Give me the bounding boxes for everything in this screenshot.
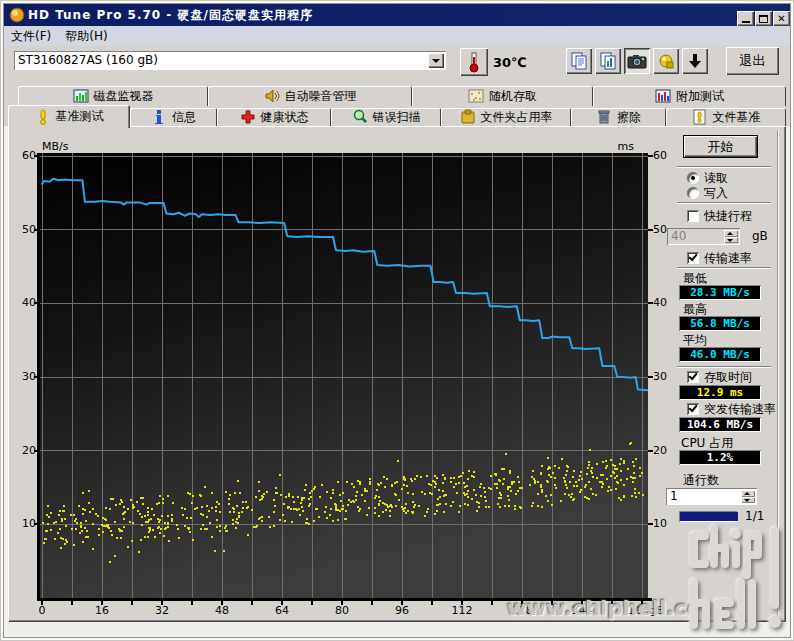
drive-select-value: ST3160827AS (160 gB) [18, 53, 158, 67]
toolbar: ST3160827AS (160 gB) 30℃ [4, 46, 790, 86]
pass-count-spinner[interactable]: 1 [666, 488, 757, 505]
tab-health[interactable]: 健康状态 [217, 108, 331, 126]
tick [648, 450, 653, 452]
info-icon [151, 109, 167, 125]
save-screenshot-button[interactable] [653, 48, 679, 74]
progress-bar [679, 511, 737, 522]
tab-extra-tests[interactable]: 附加测试 [593, 86, 786, 106]
short-stroke-checkbox[interactable] [687, 210, 699, 222]
tab-aam[interactable]: 自动噪音管理 [208, 86, 412, 106]
burst-display: 104.6 MB/s [679, 417, 761, 432]
drive-select-dropdown-button[interactable] [428, 53, 444, 68]
camera-icon [627, 53, 647, 69]
tick [648, 523, 653, 525]
y-left-tick-label: 10 [10, 517, 36, 530]
short-stroke-label[interactable]: 快捷行程 [704, 208, 752, 225]
access-time-display: 12.9 ms [679, 385, 761, 400]
progress-label: 1/1 [745, 509, 764, 523]
window-frame: HD Tune Pro 5.70 - 硬盘/固态硬盘实用程序 ✕ 文件(F) 帮… [0, 0, 794, 641]
tab-info[interactable]: 信息 [130, 108, 217, 126]
copy-text-button[interactable] [566, 48, 592, 74]
tick [71, 601, 73, 605]
tick [311, 601, 313, 605]
health-icon [240, 109, 256, 125]
y-left-tick-label: 20 [10, 444, 36, 457]
tab-benchmark[interactable]: 基准测试 [8, 105, 130, 128]
tab-folder-usage[interactable]: 文件夹占用率 [441, 108, 571, 126]
y-right-tick-label: 10 [653, 517, 679, 530]
separator [677, 166, 771, 168]
x-tick-label: 0 [22, 604, 62, 617]
separator [677, 267, 771, 269]
menubar: 文件(F) 帮助(H) [4, 26, 790, 46]
tick [491, 601, 493, 605]
maximize-button[interactable] [755, 11, 772, 26]
tick [371, 601, 373, 605]
app-icon [9, 7, 25, 23]
y-right-tick-label: 40 [653, 296, 679, 309]
temperature-button[interactable] [460, 48, 488, 76]
spin-down[interactable] [741, 497, 755, 504]
x-tick-label: 96 [382, 604, 422, 617]
tick [191, 601, 193, 605]
x-tick-label: 48 [202, 604, 242, 617]
max-value-display: 56.8 MB/s [679, 316, 761, 331]
write-label[interactable]: 写入 [704, 185, 728, 202]
tick [648, 229, 653, 231]
min-value-display: 28.3 MB/s [679, 285, 761, 300]
tick [648, 376, 653, 378]
error-scan-icon [352, 109, 368, 125]
y-right-axis-title: ms [596, 140, 634, 153]
write-radio[interactable] [687, 187, 699, 199]
save-screenshot-icon [657, 52, 675, 70]
burst-label[interactable]: 突发传输速率 [704, 401, 776, 418]
access-time-checkbox[interactable] [687, 371, 699, 383]
x-tick-label: 112 [442, 604, 482, 617]
benchmark-chart [40, 153, 648, 598]
extra-tests-icon [655, 88, 671, 104]
y-left-tick-label: 30 [10, 370, 36, 383]
tab-error-scan[interactable]: 错误扫描 [331, 108, 441, 126]
tab-random-access[interactable]: 随机存取 [412, 86, 593, 106]
start-button[interactable]: 开始 [683, 135, 758, 158]
pass-count-label: 通行数 [683, 472, 719, 489]
spin-down[interactable] [724, 237, 738, 244]
arrow-down-icon [687, 52, 703, 70]
menu-help[interactable]: 帮助(H) [58, 26, 114, 47]
window-title: HD Tune Pro 5.70 - 硬盘/固态硬盘实用程序 [28, 7, 313, 24]
tick [251, 601, 253, 605]
read-radio[interactable] [687, 172, 699, 184]
access-time-label[interactable]: 存取时间 [704, 369, 752, 386]
x-tick-label: 64 [262, 604, 302, 617]
drive-select[interactable]: ST3160827AS (160 gB) [14, 51, 446, 70]
separator [677, 366, 771, 368]
transfer-checkbox[interactable] [687, 252, 699, 264]
benchmark-icon [35, 109, 51, 125]
chiphell-logo-graphic: chip hell [681, 523, 787, 635]
temperature-value: 30℃ [493, 55, 527, 70]
thermometer-icon [466, 51, 482, 73]
short-stroke-spinner[interactable]: 40 [667, 228, 740, 245]
burst-checkbox[interactable] [687, 403, 699, 415]
separator [677, 202, 771, 204]
cpu-display: 1.2% [679, 450, 761, 465]
close-button[interactable]: ✕ [773, 11, 790, 26]
screenshot-button[interactable] [624, 48, 650, 74]
tick [648, 155, 653, 157]
download-button[interactable] [682, 48, 708, 74]
x-tick-label: 32 [142, 604, 182, 617]
tick [131, 601, 133, 605]
y-left-tick-label: 50 [10, 223, 36, 236]
copy-text-icon [570, 52, 588, 70]
menu-file[interactable]: 文件(F) [4, 26, 58, 47]
minimize-button[interactable] [737, 11, 754, 26]
exit-button[interactable]: 退出 [726, 47, 779, 75]
copy-screenshot-icon [599, 52, 617, 70]
random-access-icon [468, 88, 484, 104]
short-stroke-unit: gB [752, 229, 768, 243]
tab-file-benchmark[interactable]: 文件基准 [666, 108, 786, 126]
tab-disk-monitor[interactable]: 磁盘监视器 [18, 86, 208, 106]
copy-screenshot-button[interactable] [595, 48, 621, 74]
transfer-label[interactable]: 传输速率 [704, 250, 752, 267]
tab-erase[interactable]: 擦除 [571, 108, 666, 126]
